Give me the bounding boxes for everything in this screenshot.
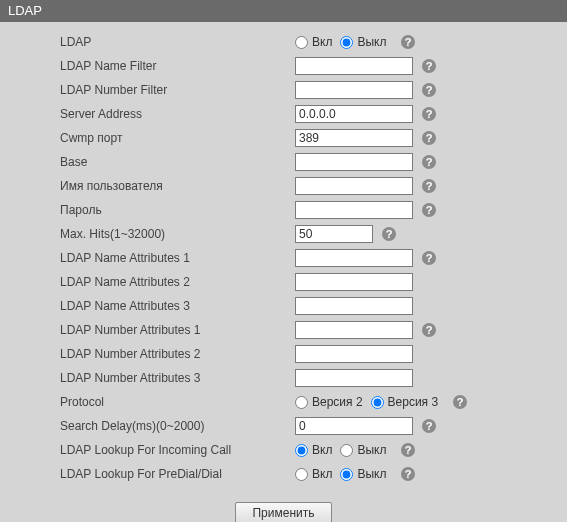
help-icon[interactable]: ? [400,442,416,458]
ldap-on-radio[interactable] [295,36,308,49]
row-password: Пароль ? [0,198,567,222]
protocol-v3-label: Версия 3 [388,395,439,409]
lookup-predial-on-label: Вкл [312,467,332,481]
ldap-off-label: Выкл [357,35,386,49]
help-icon[interactable]: ? [381,226,397,242]
svg-text:?: ? [426,324,433,336]
label-number-filter: LDAP Number Filter [60,83,295,97]
help-icon[interactable]: ? [400,34,416,50]
row-base: Base ? [0,150,567,174]
row-protocol: Protocol Версия 2 Версия 3 ? [0,390,567,414]
ldap-off-radio[interactable] [340,36,353,49]
protocol-v2-radio[interactable] [295,396,308,409]
num-attr3-input[interactable] [295,369,413,387]
svg-text:?: ? [426,60,433,72]
help-icon[interactable]: ? [421,418,437,434]
row-num-attr1: LDAP Number Attributes 1 ? [0,318,567,342]
label-name-attr3: LDAP Name Attributes 3 [60,299,295,313]
protocol-v2-label: Версия 2 [312,395,363,409]
svg-text:?: ? [426,156,433,168]
row-max-hits: Max. Hits(1~32000) ? [0,222,567,246]
label-name-attr2: LDAP Name Attributes 2 [60,275,295,289]
svg-text:?: ? [426,180,433,192]
help-icon[interactable]: ? [421,202,437,218]
lookup-incoming-on-label: Вкл [312,443,332,457]
svg-text:?: ? [405,468,412,480]
server-address-input[interactable] [295,105,413,123]
help-icon[interactable]: ? [421,58,437,74]
label-protocol: Protocol [60,395,295,409]
ldap-on-option[interactable]: Вкл [295,35,332,49]
name-attr1-input[interactable] [295,249,413,267]
password-input[interactable] [295,201,413,219]
row-server-address: Server Address ? [0,102,567,126]
protocol-v3-radio[interactable] [371,396,384,409]
num-attr2-input[interactable] [295,345,413,363]
name-attr3-input[interactable] [295,297,413,315]
row-username: Имя пользователя ? [0,174,567,198]
help-icon[interactable]: ? [421,106,437,122]
lookup-incoming-on-radio[interactable] [295,444,308,457]
lookup-predial-on-radio[interactable] [295,468,308,481]
lookup-predial-on-option[interactable]: Вкл [295,467,332,481]
protocol-v2-option[interactable]: Версия 2 [295,395,363,409]
label-password: Пароль [60,203,295,217]
label-cwmp-port: Cwmp порт [60,131,295,145]
svg-text:?: ? [426,252,433,264]
label-num-attr3: LDAP Number Attributes 3 [60,371,295,385]
lookup-incoming-off-option[interactable]: Выкл [340,443,386,457]
help-icon[interactable]: ? [421,250,437,266]
row-ldap: LDAP Вкл Выкл ? [0,30,567,54]
search-delay-input[interactable] [295,417,413,435]
name-filter-input[interactable] [295,57,413,75]
row-lookup-predial: LDAP Lookup For PreDial/Dial Вкл Выкл ? [0,462,567,486]
label-username: Имя пользователя [60,179,295,193]
protocol-radio-group: Версия 2 Версия 3 [295,395,444,409]
help-icon[interactable]: ? [452,394,468,410]
label-ldap: LDAP [60,35,295,49]
apply-button[interactable]: Применить [235,502,331,522]
help-icon[interactable]: ? [421,178,437,194]
max-hits-input[interactable] [295,225,373,243]
lookup-predial-radio-group: Вкл Выкл [295,467,392,481]
help-icon[interactable]: ? [421,82,437,98]
help-icon[interactable]: ? [421,130,437,146]
label-name-filter: LDAP Name Filter [60,59,295,73]
label-server-address: Server Address [60,107,295,121]
row-name-filter: LDAP Name Filter ? [0,54,567,78]
lookup-predial-off-label: Выкл [357,467,386,481]
lookup-incoming-off-radio[interactable] [340,444,353,457]
lookup-incoming-on-option[interactable]: Вкл [295,443,332,457]
label-lookup-incoming: LDAP Lookup For Incoming Call [60,443,295,457]
num-attr1-input[interactable] [295,321,413,339]
svg-text:?: ? [426,132,433,144]
svg-text:?: ? [426,420,433,432]
lookup-predial-off-option[interactable]: Выкл [340,467,386,481]
ldap-on-label: Вкл [312,35,332,49]
row-cwmp-port: Cwmp порт ? [0,126,567,150]
panel-title: LDAP [0,0,567,22]
footer: Применить [0,486,567,522]
svg-text:?: ? [405,444,412,456]
help-icon[interactable]: ? [421,322,437,338]
help-icon[interactable]: ? [421,154,437,170]
lookup-incoming-off-label: Выкл [357,443,386,457]
row-num-attr3: LDAP Number Attributes 3 [0,366,567,390]
username-input[interactable] [295,177,413,195]
svg-text:?: ? [457,396,464,408]
ldap-off-option[interactable]: Выкл [340,35,386,49]
row-num-attr2: LDAP Number Attributes 2 [0,342,567,366]
svg-text:?: ? [386,228,393,240]
name-attr2-input[interactable] [295,273,413,291]
number-filter-input[interactable] [295,81,413,99]
label-num-attr1: LDAP Number Attributes 1 [60,323,295,337]
lookup-predial-off-radio[interactable] [340,468,353,481]
help-icon[interactable]: ? [400,466,416,482]
base-input[interactable] [295,153,413,171]
row-name-attr2: LDAP Name Attributes 2 [0,270,567,294]
svg-text:?: ? [426,108,433,120]
cwmp-port-input[interactable] [295,129,413,147]
protocol-v3-option[interactable]: Версия 3 [371,395,439,409]
row-number-filter: LDAP Number Filter ? [0,78,567,102]
row-lookup-incoming: LDAP Lookup For Incoming Call Вкл Выкл ? [0,438,567,462]
